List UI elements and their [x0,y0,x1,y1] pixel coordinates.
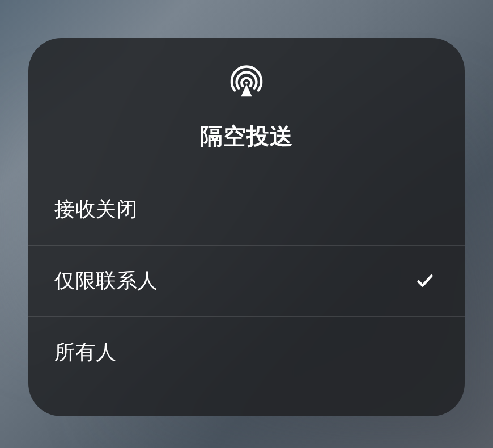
checkmark-icon [415,342,435,362]
svg-point-0 [245,81,248,83]
option-everyone[interactable]: 所有人 [28,317,465,388]
option-contacts-only[interactable]: 仅限联系人 [28,246,465,317]
option-label: 所有人 [54,339,117,366]
airdrop-options-list: 接收关闭 仅限联系人 所有人 [28,174,465,388]
option-receiving-off[interactable]: 接收关闭 [28,174,465,246]
panel-title: 隔空投送 [200,121,293,152]
airdrop-icon [226,62,267,103]
panel-bottom-space [28,388,465,416]
checkmark-icon [415,271,435,291]
airdrop-settings-panel: 隔空投送 接收关闭 仅限联系人 所有人 [28,38,465,416]
checkmark-icon [415,199,435,219]
panel-header: 隔空投送 [28,38,465,174]
option-label: 仅限联系人 [54,267,158,295]
option-label: 接收关闭 [54,196,137,223]
